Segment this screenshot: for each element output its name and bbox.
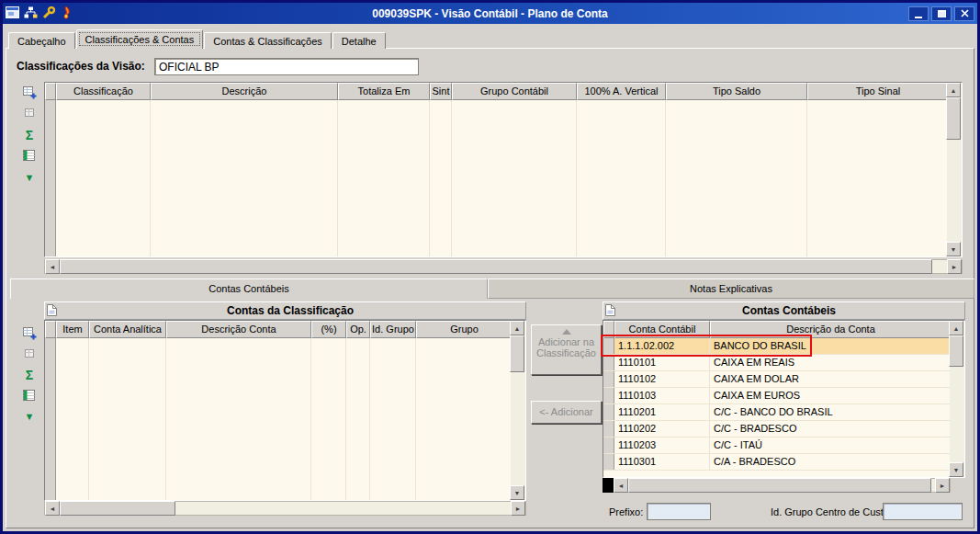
grid-corner-marker [603, 478, 614, 493]
app-window-icon[interactable] [6, 6, 19, 20]
maximize-icon [938, 10, 946, 17]
flame-icon[interactable] [61, 6, 72, 21]
row-indicator [603, 355, 614, 370]
close-icon [961, 9, 969, 17]
close-button[interactable] [954, 6, 974, 21]
prefixo-input[interactable] [647, 503, 711, 520]
table-row[interactable]: 1110203 C/C - ITAÚ [603, 437, 952, 454]
scroll-up-icon[interactable]: ▲ [946, 83, 961, 97]
col-header-sint[interactable]: Sint [430, 83, 452, 100]
conta-cell: 1110101 [614, 355, 710, 370]
tab-detalhe[interactable]: Detalhe [332, 32, 386, 49]
col-header-item[interactable]: Item [56, 321, 89, 338]
sum-icon[interactable]: Σ [21, 367, 38, 383]
col-header-descricao[interactable]: Descrição [151, 83, 338, 100]
grid-export-icon[interactable] [21, 147, 38, 164]
sort-descending-icon[interactable]: ▼ [21, 408, 38, 425]
col-header-a-vertical[interactable]: 100% A. Vertical [577, 83, 666, 100]
scroll-thumb[interactable] [628, 478, 931, 493]
col-header-grupo-contabil[interactable]: Grupo Contábil [452, 83, 577, 100]
scroll-down-icon[interactable]: ▼ [510, 485, 524, 500]
table-row[interactable]: 1110301 C/A - BRADESCO [603, 454, 952, 471]
tab-classificacoes-contas[interactable]: Classificações & Contas [76, 29, 204, 49]
titlebar[interactable]: 009039SPK - Visão Contábil - Plano de Co… [3, 3, 977, 24]
row-indicator [603, 421, 614, 437]
left-panel-header: Contas da Classificação [44, 301, 526, 320]
classification-grid-hscroll[interactable]: ◄ ► [44, 259, 963, 274]
scroll-left-icon[interactable]: ◄ [614, 478, 628, 493]
col-header-totaliza-em[interactable]: Totaliza Em [338, 83, 430, 100]
tab-contas-classificacoes[interactable]: Contas & Classificações [204, 32, 332, 49]
descricao-cell: C/C - BRADESCO [710, 421, 952, 437]
table-row[interactable]: 1110102 CAIXA EM DOLAR [603, 371, 952, 388]
contas-contabeis-vscroll[interactable]: ▲ ▼ [950, 321, 964, 477]
table-row[interactable]: 1110202 C/C - BRADESCO [603, 421, 952, 437]
scroll-thumb[interactable] [60, 259, 932, 274]
col-header-conta-analitica[interactable]: Conta Analítica [89, 321, 166, 338]
visao-input[interactable] [154, 58, 419, 75]
scroll-down-icon[interactable]: ▼ [949, 462, 963, 477]
conta-cell: 1110301 [614, 454, 710, 470]
contas-contabeis-hscroll[interactable]: ◄ ► [603, 478, 951, 493]
subtab-notas-explicativas[interactable]: Notas Explicativas [488, 278, 974, 299]
descricao-cell: C/A - BRADESCO [710, 454, 952, 470]
descricao-cell: C/C - ITAÚ [710, 437, 952, 453]
contas-classificacao-grid-body[interactable] [45, 338, 513, 500]
table-row[interactable]: 1110103 CAIXA EM EUROS [603, 388, 952, 404]
classification-grid[interactable]: Classificação Descrição Totaliza Em Sint… [44, 82, 963, 257]
add-record-icon[interactable] [21, 324, 38, 341]
scroll-up-icon[interactable]: ▲ [510, 321, 524, 335]
contas-classificacao-grid[interactable]: Item Conta Analítica Descrição Conta (%)… [44, 320, 526, 501]
report-page-icon[interactable] [47, 304, 57, 318]
col-header-op[interactable]: Op. [346, 321, 370, 338]
scroll-right-icon[interactable]: ► [947, 259, 962, 274]
hierarchy-icon[interactable] [24, 6, 38, 20]
adicionar-button[interactable]: <- Adicionar [531, 401, 602, 424]
scroll-down-icon[interactable]: ▼ [946, 242, 961, 256]
indicator-column-header [45, 83, 56, 100]
col-header-percent[interactable]: (%) [311, 321, 346, 338]
contas-classificacao-vscroll[interactable]: ▲ ▼ [511, 321, 525, 500]
col-header-conta-contabil[interactable]: Conta Contábil [614, 321, 710, 338]
scroll-thumb[interactable] [949, 335, 963, 367]
scroll-left-icon[interactable]: ◄ [45, 501, 60, 516]
classification-grid-body[interactable] [45, 100, 949, 256]
contas-classificacao-hscroll[interactable]: ◄ ► [44, 501, 526, 516]
sum-icon[interactable]: Σ [21, 127, 38, 143]
subtab-contas-contabeis[interactable]: Contas Contábeis [10, 278, 488, 299]
maximize-button[interactable] [931, 6, 952, 21]
grid-export-icon[interactable] [21, 387, 38, 403]
adicionar-na-classificacao-button[interactable]: Adicionar na Classificação [531, 324, 602, 375]
col-header-grupo[interactable]: Grupo [416, 321, 513, 338]
table-row[interactable]: 1110101 CAIXA EM REAIS [603, 355, 952, 371]
id-grupo-centro-custo-input[interactable] [883, 503, 963, 520]
scroll-right-icon[interactable]: ► [935, 478, 950, 493]
scroll-thumb[interactable] [946, 97, 961, 140]
scroll-thumb[interactable] [60, 501, 175, 516]
col-header-descricao-conta[interactable]: Descrição Conta [166, 321, 311, 338]
table-row[interactable]: 1110201 C/C - BANCO DO BRASIL [603, 404, 952, 421]
add-record-icon[interactable] [21, 84, 38, 100]
scroll-left-icon[interactable]: ◄ [45, 259, 60, 274]
classification-grid-vscroll[interactable]: ▲ ▼ [947, 83, 962, 256]
col-header-tipo-sinal[interactable]: Tipo Sinal [807, 83, 949, 100]
sort-descending-icon[interactable]: ▼ [21, 169, 38, 186]
edit-record-icon[interactable] [21, 345, 38, 361]
col-header-descricao-da-conta[interactable]: Descrição da Conta [710, 321, 952, 338]
descricao-cell: C/C - BANCO DO BRASIL [710, 404, 952, 420]
col-header-id-grupo[interactable]: Id. Grupo [370, 321, 416, 338]
report-page-icon[interactable] [605, 304, 615, 318]
col-header-tipo-saldo[interactable]: Tipo Saldo [666, 83, 807, 100]
edit-record-icon[interactable] [21, 104, 38, 120]
scroll-up-icon[interactable]: ▲ [949, 321, 963, 335]
minimize-button[interactable] [908, 6, 929, 21]
table-row-selected[interactable]: 1.1.1.02.002 BANCO DO BRASIL [603, 338, 952, 355]
scroll-right-icon[interactable]: ► [511, 501, 525, 516]
wrench-icon[interactable] [42, 6, 56, 21]
contas-contabeis-grid[interactable]: Conta Contábil Descrição da Conta 1.1.1.… [603, 320, 965, 478]
row-indicator [603, 454, 614, 470]
scroll-thumb[interactable] [510, 335, 524, 372]
prefixo-label: Prefixo: [609, 506, 643, 517]
col-header-classificacao[interactable]: Classificação [56, 83, 151, 100]
tab-cabecalho[interactable]: Cabeçalho [8, 32, 75, 49]
